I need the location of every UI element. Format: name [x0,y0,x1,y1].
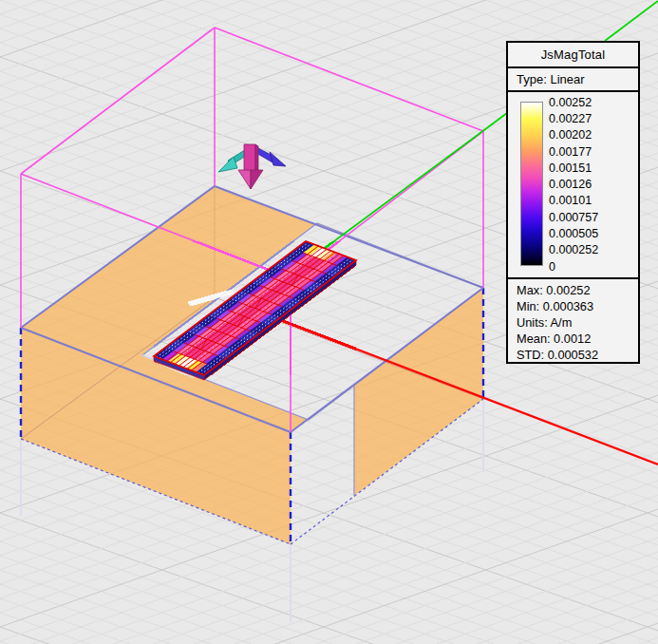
stat-units: Units: A/m [517,315,638,331]
stat-mean: Mean: 0.0012 [517,331,638,348]
scale-value: 0.00252 [549,94,636,110]
scale-value: 0.00202 [549,127,636,143]
scale-value: 0.00101 [549,193,636,209]
scale-value: 0.00177 [549,143,636,160]
scale-value: 0 [549,258,636,275]
stat-max: Max: 0.00252 [517,283,638,299]
colorbar [520,102,543,266]
legend-scale-type: Type: Linear [508,68,638,92]
stat-min: Min: 0.000363 [517,299,638,315]
scale-value: 0.00151 [549,160,636,176]
legend-scale-section: 0.00252 0.00227 0.00202 0.00177 0.00151 … [508,92,638,279]
colorbar-values: 0.00252 0.00227 0.00202 0.00177 0.00151 … [549,94,636,275]
scale-value: 0.000757 [549,209,636,225]
legend-statistics: Max: 0.00252 Min: 0.000363 Units: A/m Me… [508,279,638,364]
scale-value: 0.000252 [549,242,636,258]
stat-std: STD: 0.000532 [517,348,638,364]
viewport-3d[interactable]: JsMagTotal Type: Linear 0.00252 0.00227 … [0,0,658,644]
legend-title: JsMagTotal [508,43,638,68]
scale-value: 0.00227 [549,110,636,126]
scale-value: 0.00126 [549,176,636,192]
field-plot-legend[interactable]: JsMagTotal Type: Linear 0.00252 0.00227 … [506,41,640,364]
scale-value: 0.000505 [549,225,636,241]
